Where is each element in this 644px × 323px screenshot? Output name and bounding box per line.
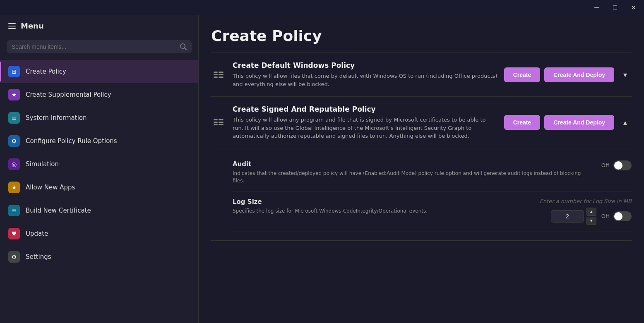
setting-label-audit: Audit <box>233 160 593 168</box>
policy-card-signed-reputable: Create Signed And Reputable Policy This … <box>211 97 632 241</box>
svg-rect-1 <box>214 74 218 75</box>
toggle-thumb-audit <box>614 161 622 170</box>
nav-label-allow-new-apps: Allow New Apps <box>26 184 75 191</box>
nav-icon-settings: ⚙ <box>8 251 20 263</box>
sidebar-header[interactable]: Menu <box>0 15 198 37</box>
minimize-button[interactable]: ─ <box>591 2 603 13</box>
nav-label-system-information: System Information <box>26 114 87 122</box>
nav-label-settings: Settings <box>26 253 51 261</box>
sidebar-title: Menu <box>21 22 44 30</box>
maximize-button[interactable]: □ <box>609 2 621 13</box>
svg-rect-4 <box>219 74 223 75</box>
policy-desc-default-windows: This policy will allow files that come b… <box>233 72 497 88</box>
setting-desc-log-size: Specifies the log size for Microsoft-Win… <box>233 207 531 215</box>
nav-icon-system-information: ≡ <box>8 112 20 124</box>
policy-list-icon-signed-reputable <box>211 115 226 130</box>
toggle-label-audit: Off <box>601 162 609 168</box>
expand-button-default-windows[interactable]: ▾ <box>618 68 632 81</box>
nav-icon-update: ♥ <box>8 228 20 239</box>
toggle-label-log-size: Off <box>601 213 609 219</box>
sidebar-item-system-information[interactable]: ≡ System Information <box>0 106 198 129</box>
sidebar-item-update[interactable]: ♥ Update <box>0 222 198 245</box>
nav-items-container: ⊞ Create Policy ★ Create Supplemental Po… <box>0 60 198 268</box>
setting-row-audit: Audit Indicates that the created/deploye… <box>233 154 632 191</box>
sidebar-item-build-certificate[interactable]: ≡ Build New Certificate <box>0 199 198 222</box>
svg-rect-0 <box>214 72 218 73</box>
policies-container: Create Default Windows Policy This polic… <box>211 53 632 241</box>
setting-desc-audit: Indicates that the created/deployed poli… <box>233 170 593 184</box>
nav-icon-allow-new-apps: ★ <box>8 182 20 193</box>
nav-label-update: Update <box>26 230 48 237</box>
spinner-down[interactable]: ▼ <box>586 217 596 225</box>
svg-rect-8 <box>214 124 218 125</box>
policy-card-default-windows: Create Default Windows Policy This polic… <box>211 53 632 97</box>
sidebar-item-create-policy[interactable]: ⊞ Create Policy <box>0 60 198 83</box>
nav-icon-create-supplemental: ★ <box>8 89 20 100</box>
toggle-log-size[interactable] <box>613 211 632 221</box>
sidebar: Menu ⊞ Create Policy ★ Create Supplement… <box>0 15 199 323</box>
setting-row-log-size: Log Size Specifies the log size for Micr… <box>233 191 632 232</box>
nav-label-create-supplemental: Create Supplemental Policy <box>26 91 111 98</box>
nav-label-create-policy: Create Policy <box>26 68 66 75</box>
nav-icon-configure-policy: ⚙ <box>8 135 20 147</box>
app-container: Menu ⊞ Create Policy ★ Create Supplement… <box>0 15 644 323</box>
policy-name-default-windows: Create Default Windows Policy <box>233 61 497 69</box>
toggle-audit[interactable] <box>613 160 632 170</box>
hamburger-icon <box>8 23 16 29</box>
create-button-signed-reputable[interactable]: Create <box>504 115 541 130</box>
sidebar-item-create-supplemental[interactable]: ★ Create Supplemental Policy <box>0 83 198 106</box>
search-input[interactable] <box>12 43 177 50</box>
title-bar: ─ □ ✕ <box>0 0 644 15</box>
nav-icon-build-certificate: ≡ <box>8 205 20 216</box>
search-icon <box>180 43 187 50</box>
sidebar-item-simulation[interactable]: ◎ Simulation <box>0 153 198 176</box>
svg-rect-7 <box>214 122 218 123</box>
policy-list-icon-default-windows <box>211 67 226 82</box>
svg-rect-5 <box>219 77 223 78</box>
main-content: Create Policy Create Default Windows Pol… <box>199 15 644 323</box>
spinner-up[interactable]: ▲ <box>586 208 596 216</box>
svg-rect-6 <box>214 119 218 120</box>
svg-rect-3 <box>219 72 223 73</box>
svg-rect-11 <box>219 124 223 125</box>
policy-desc-signed-reputable: This policy will allow any program and f… <box>233 116 497 140</box>
nav-label-configure-policy: Configure Policy Rule Options <box>26 137 117 145</box>
create-deploy-button-default-windows[interactable]: Create And Deploy <box>544 67 614 82</box>
search-box <box>7 40 192 53</box>
page-title: Create Policy <box>211 15 632 53</box>
svg-rect-9 <box>219 119 223 120</box>
nav-icon-create-policy: ⊞ <box>8 66 20 77</box>
close-button[interactable]: ✕ <box>627 2 639 13</box>
sidebar-item-allow-new-apps[interactable]: ★ Allow New Apps <box>0 176 198 199</box>
nav-label-simulation: Simulation <box>26 160 59 168</box>
nav-label-build-certificate: Build New Certificate <box>26 207 91 214</box>
svg-rect-2 <box>214 77 218 78</box>
expand-button-signed-reputable[interactable]: ▴ <box>618 116 632 129</box>
policy-name-signed-reputable: Create Signed And Reputable Policy <box>233 105 497 113</box>
policy-expanded-signed-reputable: Audit Indicates that the created/deploye… <box>211 147 632 232</box>
sidebar-item-configure-policy[interactable]: ⚙ Configure Policy Rule Options <box>0 129 198 153</box>
log-size-placeholder: Enter a number for Log Size in MB <box>540 198 632 204</box>
setting-label-log-size: Log Size <box>233 198 531 206</box>
nav-icon-simulation: ◎ <box>8 158 20 170</box>
sidebar-item-settings[interactable]: ⚙ Settings <box>0 245 198 268</box>
svg-rect-10 <box>219 122 223 123</box>
create-button-default-windows[interactable]: Create <box>504 67 541 82</box>
create-deploy-button-signed-reputable[interactable]: Create And Deploy <box>544 115 614 130</box>
log-size-input[interactable] <box>551 210 584 223</box>
